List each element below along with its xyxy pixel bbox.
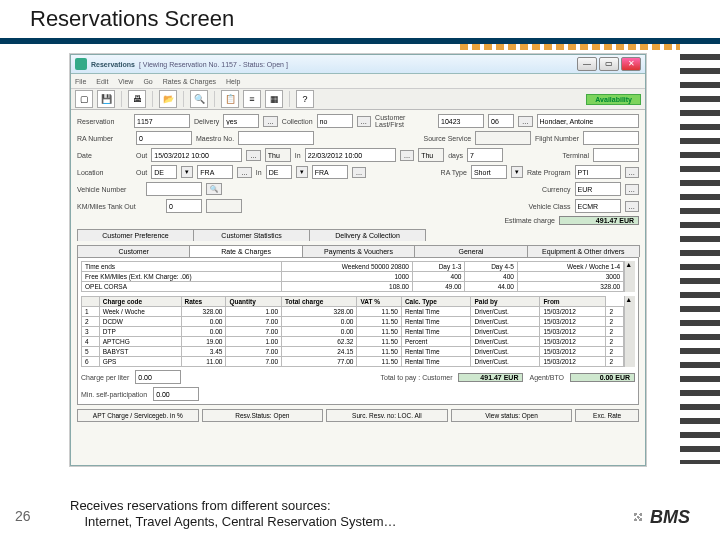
tab-rate-charges[interactable]: Rate & Charges: [189, 245, 302, 257]
rate-program-lu[interactable]: …: [625, 167, 640, 178]
charges-cell: 15/03/2012: [540, 307, 606, 317]
loc-out-station-lu[interactable]: …: [237, 167, 252, 178]
charges-cell: 7.00: [226, 327, 282, 337]
menu-go[interactable]: Go: [143, 78, 152, 85]
charges-cell: Driver/Cust.: [471, 347, 540, 357]
vscroll-2[interactable]: ▲: [624, 296, 635, 367]
maestro-input[interactable]: [238, 131, 314, 145]
tab-general[interactable]: General: [414, 245, 527, 257]
maximize-button[interactable]: ▭: [599, 57, 619, 71]
charge-per-liter-input[interactable]: [135, 370, 181, 384]
copy-icon[interactable]: 📋: [221, 90, 239, 108]
customer-id-input[interactable]: [438, 114, 484, 128]
vehicle-number-input[interactable]: [146, 182, 202, 196]
flight-number-input[interactable]: [583, 131, 639, 145]
loc-in-country[interactable]: [266, 165, 292, 179]
vclass-lu[interactable]: …: [625, 201, 640, 212]
days-input[interactable]: [467, 148, 503, 162]
currency-lu[interactable]: …: [625, 184, 640, 195]
rate-cell: 1000: [282, 272, 413, 282]
tab-cust-pref[interactable]: Customer Preference: [77, 229, 194, 241]
new-icon[interactable]: ▢: [75, 90, 93, 108]
charges-header: Quantity: [226, 297, 282, 307]
charges-cell: 6: [82, 357, 100, 367]
ra-type-label: RA Type: [441, 169, 467, 176]
save-icon[interactable]: 💾: [97, 90, 115, 108]
customer-code-input[interactable]: [488, 114, 514, 128]
loc-in-country-dd[interactable]: ▾: [296, 166, 308, 178]
loc-out-country-dd[interactable]: ▾: [181, 166, 193, 178]
tab-payments[interactable]: Payments & Vouchers: [302, 245, 415, 257]
customer-lookup-button[interactable]: …: [518, 116, 533, 127]
date-out-picker[interactable]: …: [246, 150, 261, 161]
search-icon[interactable]: 🔍: [190, 90, 208, 108]
menu-help[interactable]: Help: [226, 78, 240, 85]
table-row[interactable]: 6GPS11.007.0077.0011.50Rental TimeDriver…: [82, 357, 624, 367]
ra-type-input[interactable]: [471, 165, 507, 179]
delivery-lookup-button[interactable]: …: [263, 116, 278, 127]
vehicle-lookup-button[interactable]: 🔍: [206, 183, 222, 195]
table-row[interactable]: 1Week / Woche328.001.00328.0011.50Rental…: [82, 307, 624, 317]
charges-cell: 11.50: [357, 327, 401, 337]
grid-icon[interactable]: ▦: [265, 90, 283, 108]
tab-cust-stats[interactable]: Customer Statistics: [193, 229, 310, 241]
km-input[interactable]: [166, 199, 202, 213]
loc-in-station-lu[interactable]: …: [352, 167, 367, 178]
ra-number-input[interactable]: [136, 131, 192, 145]
footer-view-status[interactable]: View status: Open: [451, 409, 573, 422]
tank-input[interactable]: [206, 199, 242, 213]
list-icon[interactable]: ≡: [243, 90, 261, 108]
out-label: Out: [136, 152, 147, 159]
menu-view[interactable]: View: [118, 78, 133, 85]
collection-label: Collection: [282, 118, 313, 125]
self-part-input[interactable]: [153, 387, 199, 401]
ra-type-dd[interactable]: ▾: [511, 166, 523, 178]
charges-cell: 2: [606, 357, 624, 367]
help-icon[interactable]: ?: [296, 90, 314, 108]
table-row[interactable]: 5BABYST3.457.0024.1511.50Rental TimeDriv…: [82, 347, 624, 357]
availability-button[interactable]: Availability: [586, 94, 641, 105]
menu-file[interactable]: File: [75, 78, 86, 85]
rate-program-input[interactable]: [575, 165, 621, 179]
open-icon[interactable]: 📂: [159, 90, 177, 108]
tab-deliv-coll[interactable]: Delivery & Collection: [309, 229, 426, 241]
loc-out-station[interactable]: [197, 165, 233, 179]
delivery-input[interactable]: [223, 114, 259, 128]
table-row[interactable]: 2DCDW0.007.000.0011.50Rental TimeDriver/…: [82, 317, 624, 327]
close-button[interactable]: ✕: [621, 57, 641, 71]
charges-cell: 3: [82, 327, 100, 337]
vscroll-1[interactable]: ▲: [624, 261, 635, 292]
customer-name-input[interactable]: [537, 114, 639, 128]
reservation-input[interactable]: [134, 114, 190, 128]
loc-in-station[interactable]: [312, 165, 348, 179]
table-row[interactable]: 3DTP0.007.000.0011.50Rental TimeDriver/C…: [82, 327, 624, 337]
currency-input[interactable]: [575, 182, 621, 196]
window-title-app: Reservations: [91, 61, 135, 68]
footer-resv-status[interactable]: Resv.Status: Open: [202, 409, 324, 422]
footer-exc-rate[interactable]: Exc. Rate: [575, 409, 639, 422]
footer-apt[interactable]: APT Charge / Servicegeb. in %: [77, 409, 199, 422]
minimize-button[interactable]: —: [577, 57, 597, 71]
tab-equipment[interactable]: Equipment & Other drivers: [527, 245, 640, 257]
rate-cell: OPEL CORSA: [82, 282, 282, 292]
date-in-picker[interactable]: …: [400, 150, 415, 161]
footer-surc[interactable]: Surc. Resv. no: LOC. All: [326, 409, 448, 422]
tab-customer[interactable]: Customer: [77, 245, 190, 257]
window-title-status: [ Viewing Reservation No. 1157 - Status:…: [139, 61, 288, 68]
charges-cell: 0.00: [181, 317, 226, 327]
date-out-input[interactable]: [151, 148, 242, 162]
terminal-input[interactable]: [593, 148, 639, 162]
vehicle-class-input[interactable]: [575, 199, 621, 213]
loc-in-label: In: [256, 169, 262, 176]
loc-out-country[interactable]: [151, 165, 177, 179]
km-tank-label: KM/Miles Tank Out: [77, 203, 162, 210]
collection-input[interactable]: [317, 114, 353, 128]
rate-summary-table: Time endsWeekend 50000 20800Day 1-3Day 4…: [81, 261, 624, 292]
table-row[interactable]: 4APTCHG19.001.0062.3211.50PercentDriver/…: [82, 337, 624, 347]
menu-rates[interactable]: Rates & Charges: [163, 78, 216, 85]
source-service-input[interactable]: [475, 131, 531, 145]
collection-lookup-button[interactable]: …: [357, 116, 372, 127]
date-in-input[interactable]: [305, 148, 396, 162]
menu-edit[interactable]: Edit: [96, 78, 108, 85]
print-icon[interactable]: 🖶: [128, 90, 146, 108]
